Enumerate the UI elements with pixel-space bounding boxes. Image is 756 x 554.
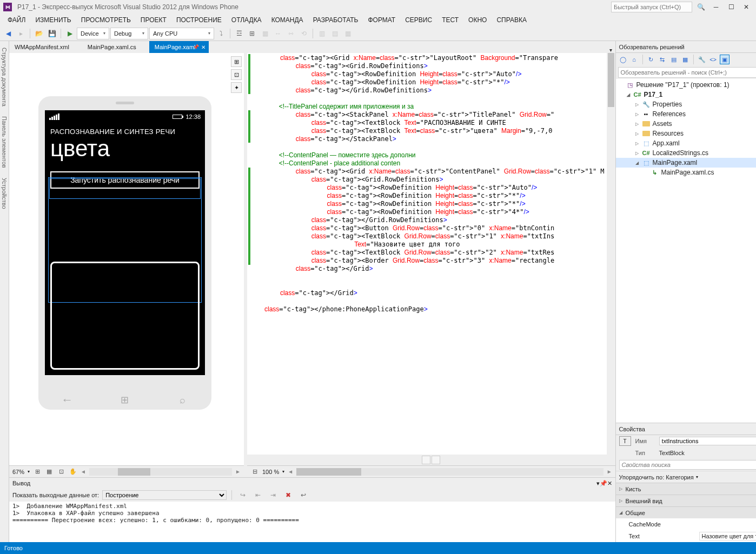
tree-project[interactable]: ◢C#P17_1 xyxy=(616,90,756,99)
output-goto-icon[interactable]: ↪ xyxy=(237,489,249,501)
code-hscroll[interactable] xyxy=(296,468,604,476)
sln-refresh-icon[interactable]: ↻ xyxy=(646,55,656,64)
search-icon[interactable]: 🔍 xyxy=(694,2,707,12)
start-debug-button[interactable]: ▶ xyxy=(64,28,76,39)
solution-tree[interactable]: ◳Решение "P17_1" (проектов: 1) ◢C#P17_1 … xyxy=(616,79,756,423)
tab-device[interactable]: Устройство xyxy=(0,175,9,212)
grid-toggle-icon[interactable]: ⊞ xyxy=(231,56,242,67)
tree-properties[interactable]: ▷🔧Properties xyxy=(616,99,756,109)
code-pane[interactable]: class="c-tag"><Grid x:Name=class="c-str"… xyxy=(247,53,615,455)
cat-brush[interactable]: ▷Кисть xyxy=(616,483,756,495)
group-icon[interactable]: ☲ xyxy=(233,28,245,39)
menu-test[interactable]: ТЕСТ xyxy=(437,15,463,25)
sln-properties-icon[interactable]: 🔧 xyxy=(697,55,707,64)
tabs-overflow-icon[interactable]: ▾ xyxy=(606,47,615,53)
menu-window[interactable]: ОКНО xyxy=(464,15,491,25)
solution-search-input[interactable] xyxy=(618,67,756,78)
menu-design[interactable]: РАЗРАБОТАТЬ xyxy=(309,15,363,25)
actual-icon[interactable]: ▦ xyxy=(45,468,54,476)
output-pin-icon[interactable]: 📌 xyxy=(600,480,607,487)
props-search-input[interactable] xyxy=(619,460,756,470)
output-clear-icon[interactable]: ✖ xyxy=(282,489,294,501)
cat-common[interactable]: ◢Общие xyxy=(616,506,756,518)
space-icon[interactable]: ↔ xyxy=(272,28,284,39)
zoom-level[interactable]: 67% xyxy=(12,469,24,475)
menu-debug[interactable]: ОТЛАДКА xyxy=(227,15,266,25)
prop-text-value[interactable]: Назовите цвет для того, чтобы фон фигуры… xyxy=(699,532,756,540)
flip-icon[interactable]: ⟲ xyxy=(298,28,310,39)
sln-collapse-icon[interactable]: ▤ xyxy=(669,55,679,64)
menu-file[interactable]: ФАЙЛ xyxy=(3,15,30,25)
split-v-icon[interactable] xyxy=(432,456,440,464)
split-h-icon[interactable] xyxy=(422,456,430,464)
save-icon[interactable]: 💾 xyxy=(46,28,58,39)
config-dropdown[interactable]: Debug xyxy=(110,28,148,39)
output-wrap-icon[interactable]: ↩ xyxy=(297,489,309,501)
code-zoom[interactable]: 100 % xyxy=(262,469,279,475)
new-project-icon[interactable]: 📂 xyxy=(33,28,45,39)
step-icon[interactable]: ⤵ xyxy=(215,28,227,39)
sln-sync-icon[interactable]: ⇆ xyxy=(658,55,667,64)
misc2-icon[interactable]: ▤ xyxy=(329,28,341,39)
snap-toggle-icon[interactable]: ⊡ xyxy=(231,69,242,80)
tree-solution[interactable]: ◳Решение "P17_1" (проектов: 1) xyxy=(616,80,756,90)
output-text[interactable]: 1> Добавление WMAppManifest.xml 1> Упако… xyxy=(9,502,615,542)
size-icon[interactable]: ⇿ xyxy=(285,28,297,39)
menu-help[interactable]: СПРАВКА xyxy=(492,15,531,25)
menu-team[interactable]: КОМАНДА xyxy=(267,15,308,25)
pin-icon[interactable]: 📌 xyxy=(193,44,199,50)
tab-manifest[interactable]: WMAppManifest.xml xyxy=(9,41,82,53)
sln-back-icon[interactable]: ◯ xyxy=(618,55,628,64)
props-name-input[interactable] xyxy=(659,437,756,445)
effects-icon[interactable]: ✦ xyxy=(231,82,242,93)
code-vscroll[interactable] xyxy=(607,53,615,455)
sln-view-icon[interactable]: ▣ xyxy=(720,55,730,64)
order-icon[interactable]: ▦ xyxy=(259,28,271,39)
cat-appearance[interactable]: ▷Внешний вид xyxy=(616,495,756,506)
zoom-in-icon[interactable]: ⊡ xyxy=(57,468,65,476)
menu-format[interactable]: ФОРМАТ xyxy=(363,15,400,25)
tree-references[interactable]: ▷▪▪References xyxy=(616,109,756,119)
tree-mainpage-xaml[interactable]: ◢⬚MainPage.xaml xyxy=(616,158,756,168)
sln-showall-icon[interactable]: ▦ xyxy=(680,55,690,64)
output-next-icon[interactable]: ⇥ xyxy=(267,489,279,501)
nav-back-icon[interactable]: ◀ xyxy=(2,28,14,39)
sln-preview-icon[interactable]: <> xyxy=(708,55,718,64)
fit-icon[interactable]: ⊞ xyxy=(33,468,42,476)
device-dropdown[interactable]: Device xyxy=(77,28,109,39)
code-text[interactable]: class="c-tag"><Grid x:Name=class="c-str"… xyxy=(262,53,607,455)
hand-icon[interactable]: ✋ xyxy=(69,468,77,476)
menu-build[interactable]: ПОСТРОЕНИЕ xyxy=(172,15,226,25)
collapse-icon[interactable]: ⊟ xyxy=(250,468,259,476)
designer-hscroll[interactable] xyxy=(89,468,232,476)
maximize-button[interactable]: ☐ xyxy=(725,2,738,12)
nav-fwd-icon[interactable]: ▸ xyxy=(15,28,27,39)
quick-launch-input[interactable] xyxy=(611,2,692,12)
tab-doc-structure[interactable]: Структура документа xyxy=(0,44,9,110)
output-prev-icon[interactable]: ⇤ xyxy=(252,489,264,501)
tree-assets[interactable]: ▷Assets xyxy=(616,119,756,129)
phone-screen[interactable]: 12:38 РАСПОЗНАВАНИЕ И СИНТЕЗ РЕЧИ цвета … xyxy=(45,110,205,375)
platform-dropdown[interactable]: Any CPU xyxy=(149,28,214,39)
close-button[interactable]: ✕ xyxy=(740,2,753,12)
misc3-icon[interactable]: ▦ xyxy=(342,28,354,39)
misc1-icon[interactable]: ▥ xyxy=(316,28,328,39)
align-icon[interactable]: ⊞ xyxy=(246,28,258,39)
tree-mainpage-cs[interactable]: ↳MainPage.xaml.cs xyxy=(616,168,756,177)
tab-mainpage-cs[interactable]: MainPage.xaml.cs xyxy=(82,41,149,53)
menu-project[interactable]: ПРОЕКТ xyxy=(136,15,171,25)
props-arrange-row[interactable]: Упорядочить по: Категория ▾ xyxy=(616,471,756,483)
menu-service[interactable]: СЕРВИС xyxy=(401,15,436,25)
tree-resources[interactable]: ▷Resources xyxy=(616,129,756,138)
tab-toolbox[interactable]: Панель элементов xyxy=(0,113,9,171)
tree-localized[interactable]: ▷C#LocalizedStrings.cs xyxy=(616,148,756,158)
close-tab-icon[interactable]: ✕ xyxy=(201,44,205,50)
menu-edit[interactable]: ИЗМЕНИТЬ xyxy=(31,15,75,25)
menu-view[interactable]: ПРОСМОТРЕТЬ xyxy=(77,15,135,25)
sln-home-icon[interactable]: ⌂ xyxy=(629,55,639,64)
tab-mainpage-xaml[interactable]: MainPage.xaml📌✕ xyxy=(149,41,209,53)
designer-canvas[interactable]: ⊞ ⊡ ✦ 12:38 xyxy=(9,53,244,465)
output-source-select[interactable]: Построение xyxy=(102,490,227,500)
tree-app-xaml[interactable]: ▷⬚App.xaml xyxy=(616,138,756,148)
phone-start-button[interactable]: Запустить распознавание речи xyxy=(50,171,200,189)
